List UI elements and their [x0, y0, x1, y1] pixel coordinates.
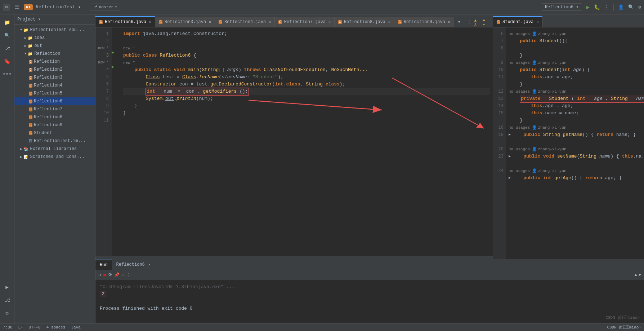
tree-label-reflection7: Reflection7 — [34, 107, 62, 112]
scroll-up-btn[interactable]: ▲ — [635, 273, 637, 278]
this-kw-r10: this — [531, 74, 542, 81]
more-button[interactable]: ⋮ — [604, 4, 609, 10]
run-tool-icon-btn[interactable]: ▶ — [2, 282, 12, 292]
rln-19: 19 — [493, 131, 504, 138]
tab-reflection6[interactable]: C Reflection6.java ✕ — [95, 16, 155, 27]
tree-item-reflection9[interactable]: C Reflection9 — [14, 121, 95, 129]
right-code-line-24: ▶ public int getAge () { return — [509, 175, 641, 182]
pin-icon[interactable]: 📌 — [114, 272, 120, 278]
tree-item-reflection2[interactable]: C Reflection2 — [14, 66, 95, 74]
run-line3-icon[interactable]: ▶ — [112, 49, 119, 56]
code-line-4: public static void main ( String — [123, 66, 490, 74]
line-num-8: 8 — [95, 95, 109, 102]
this-kw-r13: this — [531, 102, 542, 110]
tree-item-reflectiontest-img[interactable]: 🖼 ReflectionTest.im... — [14, 137, 95, 145]
branch-selector[interactable]: ⎇ master ▾ — [90, 4, 120, 10]
bookmark-icon-btn[interactable]: 🔖 — [2, 56, 12, 66]
tree-label-reflectiontest: ReflectionTest sou... — [30, 27, 84, 32]
tree-item-reflection5[interactable]: C Reflection5 — [14, 89, 95, 97]
system-cls-8: System — [146, 95, 162, 102]
tree-item-student[interactable]: C Student — [14, 129, 95, 137]
tab-label-student: Student.java — [502, 19, 533, 25]
tab-close-reflection7[interactable]: ✕ — [328, 20, 331, 24]
run-line4-icon[interactable]: ▶ — [112, 63, 119, 71]
expand-icon-24[interactable]: ▶ — [509, 175, 511, 182]
right-code-line-6: public Student (){ — [509, 37, 641, 45]
line-num-11: 11 — [95, 117, 109, 124]
run-button[interactable]: ▶ — [586, 4, 590, 11]
more-tools-icon-btn[interactable]: ••• — [2, 69, 12, 79]
return-kw-r16: return — [596, 131, 613, 138]
right-line-numbers: 6 7 8 9 10 11 12 13 14 15 — [493, 27, 506, 259]
tree-item-out[interactable]: ▶ 📁 out — [14, 42, 95, 50]
tree-label-student: Student — [34, 131, 52, 136]
getage-fn-r24: getAge — [554, 175, 571, 182]
tree-item-reflection3[interactable]: C Reflection3 — [14, 74, 95, 81]
tab-reflection7[interactable]: C Reflection7.java ✕ — [275, 17, 335, 27]
bottom-tab-reflection6[interactable]: Reflection6 ✕ — [112, 260, 155, 270]
tab-close-reflection3[interactable]: ✕ — [209, 20, 211, 24]
menu-button[interactable]: ☰ — [13, 3, 21, 12]
rerun-icon[interactable]: ⟳ — [108, 272, 112, 278]
scroll-down-btn[interactable]: ▼ — [639, 273, 641, 278]
tree-item-external-libs[interactable]: ▶ 📚 External Libraries — [14, 145, 95, 153]
warnings-badge: ▲ 3 ▲ ▾ — [474, 18, 493, 27]
restart-icon[interactable]: ↺ — [98, 272, 101, 278]
tree-item-scratches[interactable]: ▶ 📝 Scratches and Cons... — [14, 153, 95, 161]
account-icon[interactable]: 👤 — [618, 4, 624, 10]
project-name: ReflectionTest — [36, 4, 75, 10]
tab-reflection8[interactable]: C Reflection8.java ✕ — [335, 17, 394, 27]
sidebar-header[interactable]: Project ▾ — [14, 14, 95, 25]
warnings-chevron[interactable]: ▲ ▾ — [483, 18, 490, 27]
tab-student[interactable]: C Student.java ✕ — [493, 16, 542, 27]
rln-20: 20 — [493, 146, 504, 153]
tab-more-button[interactable]: ▾ — [454, 17, 464, 27]
bottom-tab-close-reflection6[interactable]: ✕ — [148, 262, 151, 267]
scroll-icon[interactable]: ↕ — [122, 273, 124, 278]
tab-reflection3[interactable]: C Reflection3.java ✕ — [155, 17, 215, 27]
tree-item-reflection8[interactable]: C Reflection8 — [14, 113, 95, 121]
string-cls-r12: String — [611, 96, 628, 101]
tab-close-reflection9[interactable]: ✕ — [448, 20, 450, 24]
tab-close-reflection6[interactable]: ✕ — [149, 20, 151, 24]
code-line-11 — [123, 117, 490, 124]
bottom-panel: Run Reflection6 ✕ ↺ ■ ⟳ 📌 ↕ ⋮ ▲ — [95, 259, 644, 331]
more-toolbar-icon[interactable]: ⋮ — [126, 272, 131, 278]
tree-item-reflection6[interactable]: C Reflection6 — [14, 97, 95, 105]
find-icon-btn[interactable]: 🔍 — [2, 30, 12, 40]
code-line-8: System . out . println ( num ); — [123, 95, 490, 102]
tree-item-reflection1[interactable]: C Reflection — [14, 58, 95, 66]
project-dropdown-arrow[interactable]: ▾ — [78, 4, 81, 10]
user-name-9: zhang-xi-yun — [538, 59, 566, 66]
tab-extra-menu[interactable]: ⋮ — [464, 17, 474, 27]
annotation-above-6: no usages 👤 zhang-xi-yun — [509, 30, 641, 37]
constructor-cls-6: Constructor — [146, 81, 176, 88]
debug-button[interactable]: 🐛 — [594, 4, 600, 10]
search-icon[interactable]: 🔍 — [628, 4, 634, 10]
java-file-icon-student: C — [29, 131, 32, 135]
folder-icon-btn[interactable]: 📁 — [2, 17, 12, 27]
bottom-tab-run[interactable]: Run — [95, 260, 112, 270]
tree-item-reflection-folder[interactable]: ▼ 📁 Reflection — [14, 50, 95, 58]
settings-icon[interactable]: ⚙ — [638, 4, 641, 10]
right-code-area: 6 7 8 9 10 11 12 13 14 15 — [493, 27, 644, 259]
stop-icon[interactable]: ■ — [103, 272, 106, 278]
tab-reflection4[interactable]: C Reflection4.java ✕ — [215, 17, 275, 27]
editor-scrollbar-h[interactable] — [95, 256, 493, 259]
tab-close-reflection8[interactable]: ✕ — [388, 20, 390, 24]
tree-item-idea[interactable]: ▶ 📁 idea — [14, 34, 95, 42]
vcs-icon-btn[interactable]: ⎇ — [2, 43, 12, 53]
terminal-icon-btn[interactable]: ⚙ — [2, 308, 12, 318]
expand-icon-16[interactable]: ▶ — [509, 131, 511, 138]
git-tool-icon-btn[interactable]: ⎇ — [2, 295, 12, 305]
tree-item-reflectiontest[interactable]: ▼ 📁 ReflectionTest sou... — [14, 26, 95, 34]
reflection6-indicator[interactable]: Reflection6 ▾ — [542, 3, 582, 11]
tree-item-reflection4[interactable]: C Reflection4 — [14, 81, 95, 89]
rln-9: 9 — [493, 59, 504, 66]
tab-close-student[interactable]: ✕ — [536, 20, 538, 24]
code-line-7: int num = con . getModifiers (); — [123, 88, 490, 95]
tab-reflection9[interactable]: C Reflection9.java ✕ — [394, 17, 454, 27]
tab-close-reflection4[interactable]: ✕ — [269, 20, 271, 24]
expand-icon-20[interactable]: ▶ — [509, 153, 511, 160]
tree-item-reflection7[interactable]: C Reflection7 — [14, 105, 95, 113]
